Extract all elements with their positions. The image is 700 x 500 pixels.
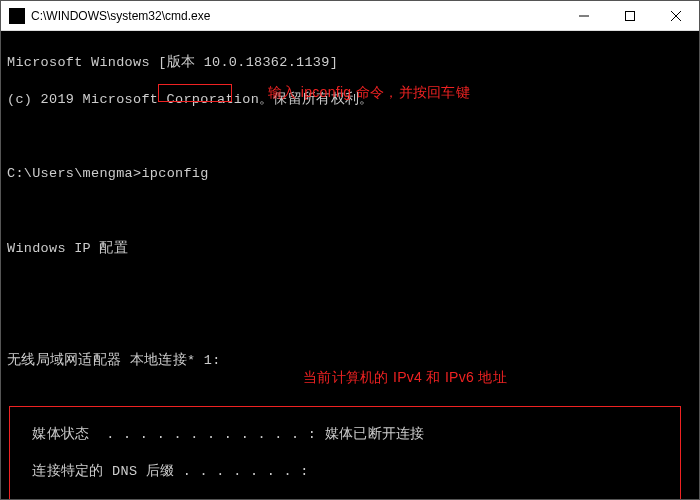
close-button[interactable] [653, 1, 699, 31]
cmd-window: C:\WINDOWS\system32\cmd.exe Microsoft Wi… [0, 0, 700, 500]
annotation-command: 输入 ipconfig 命令，并按回车键 [268, 83, 470, 102]
highlight-command-box [158, 84, 232, 102]
svg-line-2 [671, 11, 681, 21]
window-title: C:\WINDOWS\system32\cmd.exe [31, 9, 561, 23]
cmd-icon [9, 8, 25, 24]
prompt-line: C:\Users\mengma>ipconfig [7, 165, 693, 184]
highlight-ip-box [9, 406, 681, 499]
svg-rect-1 [626, 11, 635, 20]
svg-line-3 [671, 11, 681, 21]
prompt-path: C:\Users\mengma> [7, 166, 141, 181]
titlebar[interactable]: C:\WINDOWS\system32\cmd.exe [1, 1, 699, 31]
terminal-body[interactable]: Microsoft Windows [版本 10.0.18362.1139] (… [1, 31, 699, 499]
maximize-button[interactable] [607, 1, 653, 31]
blank [7, 128, 693, 147]
blank [7, 314, 693, 333]
annotation-ip: 当前计算机的 IPv4 和 IPv6 地址 [303, 368, 507, 387]
window-controls [561, 1, 699, 31]
version-line: Microsoft Windows [版本 10.0.18362.1139] [7, 54, 693, 73]
blank [7, 389, 693, 408]
minimize-button[interactable] [561, 1, 607, 31]
ipconfig-title: Windows IP 配置 [7, 240, 693, 259]
blank [7, 203, 693, 222]
blank [7, 277, 693, 296]
entered-command: ipconfig [141, 166, 208, 181]
